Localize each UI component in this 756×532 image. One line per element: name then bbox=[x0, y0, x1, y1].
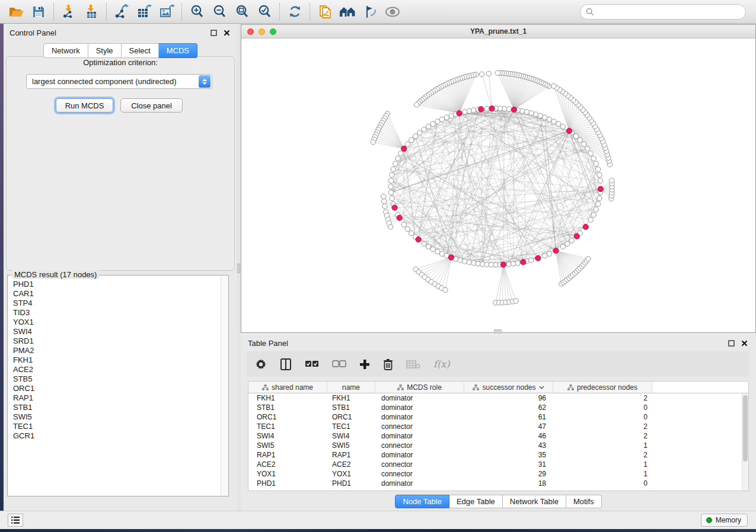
network-node[interactable] bbox=[409, 137, 414, 142]
network-node[interactable] bbox=[569, 238, 574, 243]
network-node[interactable] bbox=[390, 172, 394, 177]
mcds-list-scrollbar[interactable] bbox=[221, 276, 228, 495]
mcds-hub-node[interactable] bbox=[448, 255, 454, 260]
network-node[interactable] bbox=[529, 111, 534, 116]
network-node[interactable] bbox=[390, 196, 394, 201]
cell-successor-nodes[interactable]: 47 bbox=[464, 422, 553, 431]
task-history-button[interactable] bbox=[8, 514, 23, 527]
mcds-result-item[interactable]: TEC1 bbox=[13, 422, 221, 431]
network-node[interactable] bbox=[591, 156, 596, 161]
tab-motifs[interactable]: Motifs bbox=[566, 495, 602, 508]
network-node[interactable] bbox=[462, 110, 467, 114]
cell-successor-nodes[interactable]: 96 bbox=[464, 393, 553, 403]
column-header-successor-nodes[interactable]: successor nodes bbox=[464, 382, 553, 393]
network-node[interactable] bbox=[426, 244, 430, 249]
table-row[interactable]: ORC1ORC1dominator610 bbox=[248, 412, 748, 422]
memory-button[interactable]: Memory bbox=[701, 514, 748, 527]
cell-predecessor-nodes[interactable]: 2 bbox=[553, 431, 652, 441]
cell-MCDS-role[interactable]: dominator bbox=[375, 450, 464, 460]
mcds-hub-node[interactable] bbox=[392, 205, 397, 210]
cell-successor-nodes[interactable]: 35 bbox=[464, 450, 553, 460]
tab-node-table[interactable]: Node Table bbox=[395, 495, 449, 508]
network-node[interactable] bbox=[578, 137, 582, 142]
network-node[interactable] bbox=[382, 204, 387, 209]
network-node[interactable] bbox=[388, 184, 393, 189]
import-table-icon[interactable] bbox=[80, 3, 103, 21]
network-node[interactable] bbox=[547, 117, 551, 121]
table-scrollbar[interactable] bbox=[742, 393, 748, 491]
network-node[interactable] bbox=[480, 72, 484, 76]
mcds-hub-node[interactable] bbox=[598, 186, 603, 191]
network-node[interactable] bbox=[581, 142, 586, 146]
mcds-hub-node[interactable] bbox=[479, 107, 484, 112]
column-header-shared-name[interactable]: shared name bbox=[248, 382, 327, 393]
cell-shared-name[interactable]: STB1 bbox=[248, 403, 327, 412]
add-column-icon[interactable] bbox=[359, 355, 370, 373]
cell-shared-name[interactable]: PHD1 bbox=[248, 479, 327, 488]
cell-successor-nodes[interactable]: 29 bbox=[464, 469, 553, 479]
close-panel-button[interactable]: Close panel bbox=[120, 98, 183, 113]
table-row[interactable]: ACE2ACE2connector311 bbox=[248, 460, 748, 469]
mcds-result-item[interactable]: FKH1 bbox=[13, 355, 221, 365]
mcds-hub-node[interactable] bbox=[401, 146, 407, 151]
network-node[interactable] bbox=[513, 299, 518, 303]
network-node[interactable] bbox=[395, 156, 400, 161]
cell-MCDS-role[interactable]: dominator bbox=[375, 479, 464, 488]
network-node[interactable] bbox=[414, 102, 419, 107]
network-node[interactable] bbox=[524, 110, 529, 114]
float-panel-icon[interactable] bbox=[726, 338, 736, 348]
network-node[interactable] bbox=[594, 207, 598, 211]
network-node[interactable] bbox=[458, 258, 462, 262]
zoom-out-icon[interactable] bbox=[208, 3, 231, 21]
mcds-hub-node[interactable] bbox=[500, 262, 506, 267]
sort-chevron-icon[interactable] bbox=[539, 386, 544, 389]
network-node[interactable] bbox=[467, 260, 471, 265]
network-node[interactable] bbox=[467, 108, 471, 113]
network-node[interactable] bbox=[560, 244, 565, 249]
network-overview-houses-icon[interactable] bbox=[336, 3, 359, 21]
cell-predecessor-nodes[interactable]: 1 bbox=[553, 460, 652, 469]
network-node[interactable] bbox=[551, 84, 556, 88]
cell-shared-name[interactable]: ACE2 bbox=[248, 460, 327, 469]
network-node[interactable] bbox=[409, 230, 414, 235]
network-node[interactable] bbox=[597, 172, 602, 177]
table-settings-gear-icon[interactable] bbox=[255, 355, 267, 373]
network-node[interactable] bbox=[401, 222, 406, 227]
cell-predecessor-nodes[interactable]: 1 bbox=[553, 441, 652, 450]
network-node[interactable] bbox=[449, 113, 454, 118]
run-mcds-button[interactable]: Run MCDS bbox=[56, 98, 113, 113]
network-node[interactable] bbox=[413, 134, 417, 139]
network-node[interactable] bbox=[543, 253, 547, 258]
cell-predecessor-nodes[interactable]: 0 bbox=[553, 403, 652, 412]
mcds-result-item[interactable]: SWI5 bbox=[13, 412, 221, 422]
network-node[interactable] bbox=[371, 140, 375, 145]
close-panel-icon[interactable] bbox=[739, 338, 749, 348]
cell-name[interactable]: ORC1 bbox=[327, 412, 375, 422]
cell-name[interactable]: SWI4 bbox=[327, 431, 375, 441]
cell-successor-nodes[interactable]: 43 bbox=[464, 441, 553, 450]
network-node[interactable] bbox=[417, 130, 422, 135]
zoom-fit-icon[interactable] bbox=[231, 3, 253, 21]
cell-successor-nodes[interactable]: 31 bbox=[464, 460, 553, 469]
network-node[interactable] bbox=[594, 161, 598, 166]
network-node[interactable] bbox=[471, 108, 476, 113]
network-node[interactable] bbox=[430, 247, 435, 252]
cell-predecessor-nodes[interactable]: 2 bbox=[553, 422, 652, 431]
mcds-result-item[interactable]: GCR1 bbox=[13, 431, 221, 441]
network-node[interactable] bbox=[430, 121, 435, 126]
graphics-details-icon[interactable] bbox=[359, 3, 381, 21]
cell-predecessor-nodes[interactable]: 1 bbox=[553, 469, 652, 479]
mcds-result-item[interactable]: YOX1 bbox=[13, 318, 221, 327]
network-node[interactable] bbox=[543, 115, 547, 120]
table-row[interactable]: RAP1RAP1dominator352 bbox=[248, 450, 748, 460]
network-node[interactable] bbox=[495, 70, 500, 75]
mcds-hub-node[interactable] bbox=[574, 233, 579, 239]
network-node[interactable] bbox=[388, 190, 393, 195]
network-node[interactable] bbox=[393, 161, 398, 166]
export-image-icon[interactable] bbox=[155, 3, 178, 21]
cell-MCDS-role[interactable]: connector bbox=[375, 469, 464, 479]
cell-shared-name[interactable]: RAP1 bbox=[248, 450, 327, 460]
mcds-hub-node[interactable] bbox=[583, 224, 588, 229]
tab-edge-table[interactable]: Edge Table bbox=[449, 495, 503, 508]
export-table-icon[interactable] bbox=[133, 3, 155, 21]
